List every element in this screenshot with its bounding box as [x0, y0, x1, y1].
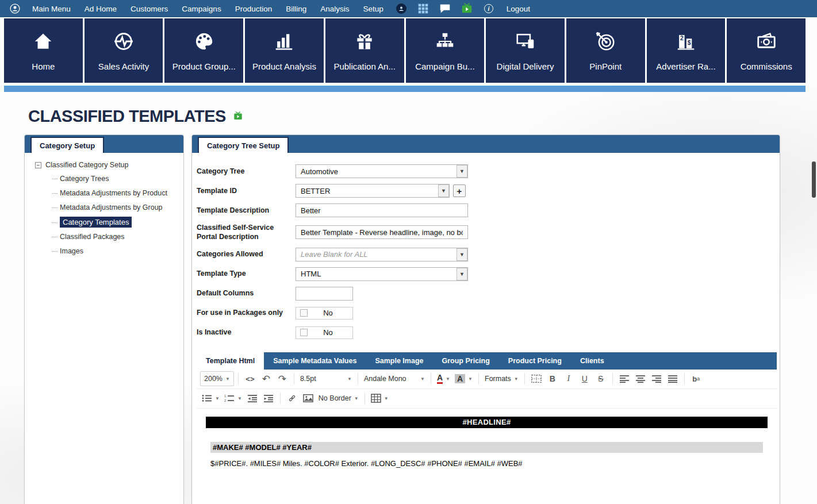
tab-clients[interactable]: Clients	[571, 352, 613, 370]
menu-item-production[interactable]: Production	[228, 5, 279, 13]
menu-item-campaigns[interactable]: Campaigns	[175, 5, 228, 13]
top-menu-bar: Main Menu Ad Home Customers Campaigns Pr…	[0, 0, 817, 17]
tree-root-classified-category-setup[interactable]: − Classified Category Setup	[35, 161, 179, 169]
align-left-button[interactable]	[617, 371, 632, 386]
profile-icon[interactable]	[395, 3, 408, 14]
image-button[interactable]	[301, 391, 316, 406]
menu-item-ad-home[interactable]: Ad Home	[78, 5, 124, 13]
menu-item-main-menu[interactable]: Main Menu	[25, 5, 78, 13]
strikethrough-button[interactable]: S	[593, 371, 608, 386]
chevron-down-icon[interactable]: ▼	[438, 184, 449, 197]
categories-allowed-label: Categories Allowed	[197, 249, 296, 259]
menu-item-customers[interactable]: Customers	[124, 5, 175, 13]
sidebar-item-metadata-adjustments-by-product[interactable]: Metadata Adjustments by Product	[52, 189, 179, 197]
sidebar-item-category-templates[interactable]: Category Templates	[52, 218, 179, 226]
tile-product-groups[interactable]: Product Group...	[164, 18, 243, 83]
divider	[365, 393, 365, 404]
is-inactive-label: Is Inactive	[197, 328, 296, 337]
undo-button[interactable]: ↶	[259, 371, 274, 386]
tile-campaign-builder[interactable]: Campaign Bu...	[406, 18, 485, 83]
border-select[interactable]: No Border▼	[317, 391, 360, 406]
categories-allowed-select[interactable]: Leave Blank for ALL ▼	[296, 248, 468, 261]
formats-select[interactable]: Formats▼	[483, 371, 520, 386]
italic-button[interactable]: I	[561, 371, 576, 386]
template-make-line[interactable]: #MAKE# #MODEL# #YEAR#	[210, 442, 763, 453]
tab-sample-image[interactable]: Sample Image	[366, 352, 432, 370]
code-button[interactable]: <>	[243, 371, 258, 386]
category-tree-setup-tab[interactable]: Category Tree Setup	[198, 137, 289, 153]
numbered-list-button[interactable]: 12▼	[223, 391, 244, 406]
category-tree-select[interactable]: Automotive ▼	[296, 164, 468, 178]
tile-home[interactable]: Home	[4, 18, 83, 83]
tile-label: Sales Activity	[98, 61, 149, 71]
is-inactive-checkbox[interactable]: No	[296, 326, 353, 339]
portal-description-label: Classified Self-Service Portal Descripti…	[197, 223, 296, 242]
sidebar-item-images[interactable]: Images	[52, 247, 179, 255]
help-video-icon[interactable]	[233, 111, 244, 121]
tile-product-analysis[interactable]: Product Analysis	[245, 18, 324, 83]
chat-icon[interactable]	[439, 3, 451, 14]
editor-canvas[interactable]: #HEADLINE# #MAKE# #MODEL# #YEAR# $#PRICE…	[197, 409, 777, 504]
portal-description-input[interactable]	[296, 225, 468, 239]
divider	[524, 373, 525, 384]
sidebar-item-classified-packages[interactable]: Classified Packages	[52, 233, 179, 241]
tab-group-pricing[interactable]: Group Pricing	[432, 352, 498, 370]
bold-button[interactable]: B	[545, 371, 560, 386]
font-size-select[interactable]: 8.5pt▼	[298, 371, 354, 386]
chevron-down-icon[interactable]: ▼	[457, 165, 467, 178]
tile-sales-activity[interactable]: Sales Activity	[85, 18, 163, 83]
tile-pinpoint[interactable]: PinPoint	[566, 18, 645, 83]
superscript-button[interactable]: ba	[689, 371, 704, 386]
align-center-button[interactable]	[633, 371, 648, 386]
template-description-input[interactable]	[296, 203, 468, 217]
user-account-icon[interactable]	[9, 3, 21, 14]
zoom-select[interactable]: 200%▼	[200, 371, 234, 386]
outdent-button[interactable]	[245, 391, 260, 406]
video-help-icon[interactable]	[461, 3, 473, 14]
tile-advertiser-ranker[interactable]: 2$ Advertiser Ra...	[647, 18, 726, 83]
font-family-select[interactable]: Andale Mono▼	[362, 371, 427, 386]
template-headline[interactable]: #HEADLINE#	[206, 417, 768, 428]
collapse-icon[interactable]: −	[35, 162, 41, 168]
default-columns-input[interactable]	[296, 287, 353, 301]
align-right-button[interactable]	[649, 371, 664, 386]
bullet-list-button[interactable]: ▼	[200, 391, 221, 406]
tile-commissions[interactable]: Commissions	[727, 18, 806, 83]
underline-button[interactable]: U	[577, 371, 592, 386]
divider	[612, 373, 613, 384]
category-setup-tab[interactable]: Category Setup	[30, 137, 104, 153]
tab-template-html[interactable]: Template Html	[197, 352, 264, 370]
highlight-color-button[interactable]: A▼	[453, 371, 474, 386]
justify-button[interactable]	[665, 371, 680, 386]
tab-sample-metadata-values[interactable]: Sample Metadata Values	[264, 352, 366, 370]
page-scrollbar[interactable]	[812, 161, 816, 198]
font-color-button[interactable]: A▼	[435, 371, 452, 386]
tile-digital-delivery[interactable]: Digital Delivery	[486, 18, 565, 83]
menu-item-setup[interactable]: Setup	[356, 5, 390, 13]
visual-aids-icon[interactable]	[529, 371, 544, 386]
chevron-down-icon[interactable]: ▼	[457, 248, 467, 261]
link-button[interactable]	[285, 391, 300, 406]
menu-item-billing[interactable]: Billing	[279, 5, 313, 13]
template-body-line[interactable]: $#PRICE#. #MILES# Miles. #COLOR# Exterio…	[210, 459, 763, 468]
indent-button[interactable]	[261, 391, 276, 406]
sidebar-item-metadata-adjustments-by-group[interactable]: Metadata Adjustments by Group	[52, 203, 179, 211]
tab-product-pricing[interactable]: Product Pricing	[499, 352, 571, 370]
checkbox-icon[interactable]	[300, 309, 308, 317]
checkbox-icon[interactable]	[300, 329, 308, 336]
chevron-down-icon[interactable]: ▼	[457, 268, 467, 280]
redo-button[interactable]: ↷	[275, 371, 290, 386]
sidebar-item-category-trees[interactable]: Category Trees	[52, 175, 179, 183]
menu-item-analysis[interactable]: Analysis	[313, 5, 356, 13]
tile-publication-analysis[interactable]: Publication An...	[325, 18, 404, 83]
devices-icon	[515, 30, 536, 55]
packages-only-checkbox[interactable]: No	[296, 307, 353, 320]
template-id-combobox[interactable]: BETTER ▼	[296, 184, 450, 198]
gift-icon	[354, 30, 375, 55]
info-icon[interactable]: i	[482, 3, 495, 14]
add-template-button[interactable]: +	[453, 184, 466, 197]
template-type-select[interactable]: HTML ▼	[296, 267, 468, 281]
table-button[interactable]: ▼	[369, 391, 390, 406]
apps-grid-icon[interactable]	[417, 3, 429, 14]
logout-link[interactable]: Logout	[500, 5, 537, 13]
